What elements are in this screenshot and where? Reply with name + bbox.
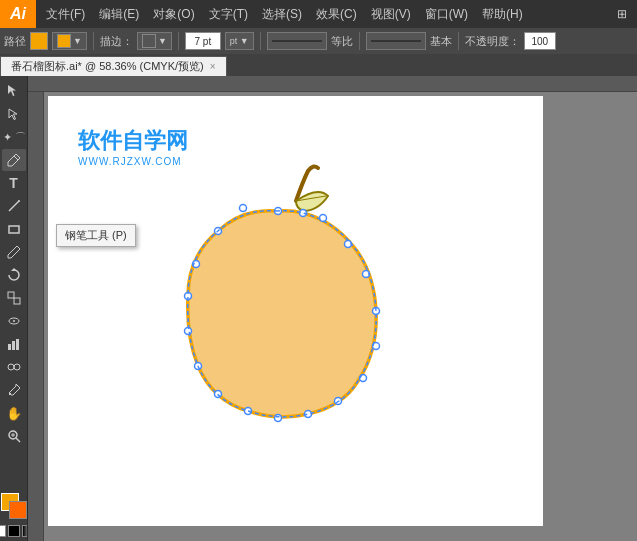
blend-tool[interactable] xyxy=(2,356,26,378)
rotate-tool[interactable] xyxy=(2,264,26,286)
menu-window[interactable]: 窗口(W) xyxy=(419,2,474,27)
svg-rect-4 xyxy=(8,292,14,298)
wand-lasso-row: ✦ ⌒ xyxy=(1,126,27,148)
select-tool[interactable] xyxy=(2,80,26,102)
svg-rect-2 xyxy=(9,226,19,233)
fill-swatch[interactable] xyxy=(30,32,48,50)
stroke-profile[interactable] xyxy=(366,32,426,50)
tooltip-text: 钢笔工具 (P) xyxy=(65,229,127,241)
stroke-label: 描边： xyxy=(100,34,133,49)
menu-object[interactable]: 对象(O) xyxy=(147,2,200,27)
base-label: 基本 xyxy=(430,34,452,49)
title-bar: Ai 文件(F) 编辑(E) 对象(O) 文字(T) 选择(S) 效果(C) 视… xyxy=(0,0,637,28)
stroke-width-input[interactable] xyxy=(185,32,221,50)
warp-tool[interactable] xyxy=(2,310,26,332)
pencil-tool[interactable] xyxy=(2,241,26,263)
menu-bar: 文件(F) 编辑(E) 对象(O) 文字(T) 选择(S) 效果(C) 视图(V… xyxy=(36,2,637,27)
fill-dropdown[interactable]: ▼ xyxy=(52,32,87,50)
sep5 xyxy=(458,32,459,50)
left-toolbar: ✦ ⌒ T xyxy=(0,76,28,541)
tab-close-button[interactable]: × xyxy=(210,61,216,72)
opacity-label: 不透明度： xyxy=(465,34,520,49)
fruit-illustration xyxy=(148,156,408,459)
graph-tool[interactable] xyxy=(2,333,26,355)
site-name: 软件自学网 xyxy=(78,126,188,156)
svg-line-0 xyxy=(9,201,19,211)
eyedropper-tool[interactable] xyxy=(2,379,26,401)
svg-point-12 xyxy=(14,364,20,370)
svg-rect-8 xyxy=(8,344,11,350)
menu-edit[interactable]: 编辑(E) xyxy=(93,2,145,27)
leaf-path xyxy=(296,192,328,211)
anchor-18 xyxy=(320,215,327,222)
svg-marker-3 xyxy=(11,268,17,271)
anchor-6 xyxy=(185,328,192,335)
anchor-2 xyxy=(240,205,247,212)
app-logo: Ai xyxy=(0,0,36,28)
sep1 xyxy=(93,32,94,50)
menu-view[interactable]: 视图(V) xyxy=(365,2,417,27)
zoom-tool[interactable] xyxy=(2,425,26,447)
pen-tool[interactable] xyxy=(2,149,26,171)
none-swatch[interactable] xyxy=(0,525,6,537)
tab-bar: 番石榴图标.ai* @ 58.36% (CMYK/预览) × xyxy=(0,54,637,76)
hand-tool[interactable]: ✋ xyxy=(2,402,26,424)
line-tool[interactable] xyxy=(2,195,26,217)
stroke-dropdown[interactable]: ▼ xyxy=(137,32,172,50)
menu-file[interactable]: 文件(F) xyxy=(40,2,91,27)
svg-point-1 xyxy=(18,200,20,202)
menu-text[interactable]: 文字(T) xyxy=(203,2,254,27)
lasso-tool[interactable]: ⌒ xyxy=(14,126,27,148)
canvas-paper: 软件自学网 WWW.RJZXW.COM xyxy=(48,96,543,526)
tab-label: 番石榴图标.ai* @ 58.36% (CMYK/预览) xyxy=(11,59,204,74)
options-toolbar: 路径 ▼ 描边： ▼ pt ▼ 等比 基本 不透明度： xyxy=(0,28,637,54)
anchor-9 xyxy=(245,408,252,415)
sep3 xyxy=(260,32,261,50)
svg-line-15 xyxy=(16,438,20,442)
magic-wand-tool[interactable]: ✦ xyxy=(1,126,14,148)
svg-rect-5 xyxy=(14,298,20,304)
background-swatch[interactable] xyxy=(9,501,27,519)
shape-tool[interactable] xyxy=(2,218,26,240)
svg-point-11 xyxy=(8,364,14,370)
path-label: 路径 xyxy=(4,34,26,49)
grid-icon[interactable]: ⊞ xyxy=(611,3,633,25)
black-swatch[interactable] xyxy=(8,525,20,537)
color-swatches xyxy=(0,493,28,541)
opacity-input[interactable] xyxy=(524,32,556,50)
horizontal-ruler xyxy=(28,76,637,92)
direct-select-tool[interactable] xyxy=(2,103,26,125)
svg-rect-10 xyxy=(16,339,19,350)
sep2 xyxy=(178,32,179,50)
svg-point-7 xyxy=(13,320,15,322)
canvas-area: 软件自学网 WWW.RJZXW.COM xyxy=(28,76,637,541)
fruit-svg xyxy=(148,156,408,456)
vertical-ruler xyxy=(28,92,44,541)
menu-select[interactable]: 选择(S) xyxy=(256,2,308,27)
anchor-10 xyxy=(275,415,282,422)
equal-label: 等比 xyxy=(331,34,353,49)
pen-tool-tooltip: 钢笔工具 (P) xyxy=(56,224,136,247)
menu-help[interactable]: 帮助(H) xyxy=(476,2,529,27)
type-tool[interactable]: T xyxy=(2,172,26,194)
scale-tool[interactable] xyxy=(2,287,26,309)
menu-effect[interactable]: 效果(C) xyxy=(310,2,363,27)
document-tab[interactable]: 番石榴图标.ai* @ 58.36% (CMYK/预览) × xyxy=(0,56,227,76)
stroke-unit-dropdown[interactable]: pt ▼ xyxy=(225,32,254,50)
sep4 xyxy=(359,32,360,50)
svg-rect-9 xyxy=(12,341,15,350)
main-area: ✦ ⌒ T xyxy=(0,76,637,541)
stroke-style[interactable] xyxy=(267,32,327,50)
